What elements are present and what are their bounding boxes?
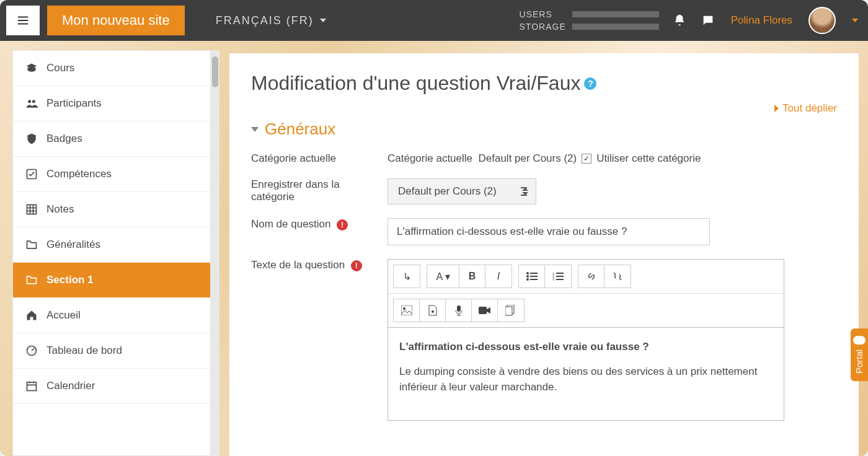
svg-rect-9 <box>530 276 538 277</box>
use-category-label: Utiliser cette catégorie <box>596 152 701 165</box>
image-icon <box>401 305 412 315</box>
users-label: USERS <box>520 9 566 19</box>
calendar-icon <box>25 380 38 392</box>
hamburger-menu-button[interactable] <box>6 6 40 35</box>
quota-display: USERS STORAGE <box>520 9 659 32</box>
label-question-name: Nom de question ! <box>251 218 388 245</box>
toolbar-bold-button[interactable]: B <box>459 265 485 287</box>
toolbar-font-button[interactable]: A ▾ <box>427 265 459 287</box>
svg-rect-24 <box>505 307 512 315</box>
toolbar-italic-button[interactable]: I <box>485 265 512 287</box>
sidebar-item-participants[interactable]: Participants <box>13 86 210 121</box>
sidebar-item-accueil[interactable]: Accueil <box>13 298 210 333</box>
editor-toolbar-2 <box>388 294 784 328</box>
sidebar-item-compétences[interactable]: Compétences <box>13 157 210 192</box>
editor-content-area[interactable]: L'affirmation ci-dessous est-elle vraie … <box>388 328 784 420</box>
save-category-select[interactable]: Default per Cours (2) <box>388 178 536 204</box>
link-icon <box>586 271 597 282</box>
sidebar-scrollbar[interactable] <box>211 50 219 456</box>
svg-rect-11 <box>530 279 538 280</box>
svg-point-19 <box>403 307 405 310</box>
sidebar-column: CoursParticipantsBadgesCompétencesNotesG… <box>0 41 220 456</box>
required-icon: ! <box>337 219 348 230</box>
sidebar-item-label: Accueil <box>46 309 81 322</box>
row-question-text: Texte de la question ! ↳ A ▾ B I <box>251 259 837 421</box>
toolbar-ul-button[interactable] <box>519 265 545 287</box>
sidebar-item-label: Généralités <box>46 239 100 251</box>
user-name[interactable]: Polina Flores <box>731 14 792 27</box>
storage-label: STORAGE <box>520 22 566 32</box>
sidebar-item-tableau-de-bord[interactable]: Tableau de bord <box>13 333 210 369</box>
svg-point-6 <box>526 272 529 274</box>
label-question-text: Texte de la question ! <box>251 259 388 421</box>
user-menu-caret-icon[interactable] <box>852 19 858 22</box>
question-name-input[interactable] <box>388 218 710 245</box>
sidebar-item-notes[interactable]: Notes <box>13 192 210 227</box>
label-current-category: Catégorie actuelle <box>251 152 388 165</box>
sidebar-item-label: Participants <box>46 97 102 110</box>
caret-down-icon <box>320 19 326 22</box>
body-area: CoursParticipantsBadgesCompétencesNotesG… <box>0 41 868 456</box>
sidebar-item-généralités[interactable]: Généralités <box>13 227 210 263</box>
sidebar-item-calendrier[interactable]: Calendrier <box>13 369 210 404</box>
cap-icon <box>25 62 38 74</box>
dashboard-icon <box>25 344 38 357</box>
section-title: Généraux <box>265 120 335 139</box>
question-text-control: ↳ A ▾ B I <box>388 259 837 421</box>
scrollbar-thumb[interactable] <box>212 56 218 87</box>
toolbar-video-button[interactable] <box>472 299 498 322</box>
row-current-category: Catégorie actuelle Catégorie actuelle Ca… <box>251 152 837 165</box>
main-column: Modification d'une question Vrai/Faux ? … <box>220 41 868 456</box>
sidebar-item-label: Notes <box>46 203 74 216</box>
sidebar-item-label: Calendrier <box>46 380 95 392</box>
svg-rect-17 <box>556 279 564 280</box>
notifications-button[interactable] <box>671 12 688 28</box>
sidebar-item-badges[interactable]: Badges <box>13 121 210 157</box>
list-ul-icon <box>526 272 538 281</box>
site-name-link[interactable]: Mon nouveau site <box>47 6 185 35</box>
save-category-control: Default per Cours (2) <box>388 178 837 204</box>
page-title: Modification d'une question Vrai/Faux ? <box>251 72 837 95</box>
content-card: Modification d'une question Vrai/Faux ? … <box>229 53 859 456</box>
top-bar: Mon nouveau site FRANÇAIS (FR) USERS STO… <box>0 0 868 41</box>
use-category-checkbox[interactable]: ✓ <box>582 154 591 164</box>
toolbar-expand-button[interactable]: ↳ <box>394 265 420 287</box>
page-title-text: Modification d'une question Vrai/Faux <box>251 72 580 95</box>
folder-icon <box>25 239 38 251</box>
cloud-icon <box>853 336 866 344</box>
portal-tab[interactable]: Portal <box>851 328 868 381</box>
grid-icon <box>25 203 38 216</box>
svg-point-1 <box>32 100 35 103</box>
users-icon <box>25 97 38 110</box>
help-icon[interactable]: ? <box>584 77 596 90</box>
svg-rect-18 <box>401 305 412 315</box>
copy-icon <box>505 305 516 316</box>
toolbar-audio-button[interactable] <box>446 299 472 322</box>
portal-tab-label: Portal <box>854 349 865 374</box>
current-category-value: Catégorie actuelle Catégorie actuelle De… <box>388 152 837 165</box>
svg-text:3: 3 <box>552 278 555 281</box>
toolbar-image-button[interactable] <box>394 299 420 322</box>
svg-rect-5 <box>27 382 37 390</box>
messages-button[interactable] <box>700 12 716 28</box>
toolbar-ol-button[interactable]: 123 <box>545 265 571 287</box>
svg-point-20 <box>432 310 434 313</box>
expand-all-link[interactable]: Tout déplier <box>251 102 837 115</box>
svg-rect-21 <box>457 305 461 312</box>
sidebar-item-cours[interactable]: Cours <box>13 51 210 86</box>
row-save-category: Enregistrer dans la catégorie Default pe… <box>251 178 837 204</box>
section-toggle[interactable]: Généraux <box>251 120 837 139</box>
avatar[interactable] <box>808 7 836 34</box>
toolbar-link-button[interactable] <box>578 265 604 287</box>
toolbar-unlink-button[interactable] <box>604 265 631 287</box>
folder-icon <box>25 274 38 286</box>
svg-rect-15 <box>556 276 564 277</box>
expand-all-label: Tout déplier <box>782 102 837 115</box>
language-selector[interactable]: FRANÇAIS (FR) <box>216 14 326 27</box>
hamburger-icon <box>16 14 30 27</box>
toolbar-file-button[interactable] <box>420 299 446 322</box>
chat-icon <box>701 14 715 27</box>
sidebar-item-section-1[interactable]: Section 1 <box>13 263 210 298</box>
shield-icon <box>25 133 38 145</box>
toolbar-files-button[interactable] <box>498 299 524 322</box>
